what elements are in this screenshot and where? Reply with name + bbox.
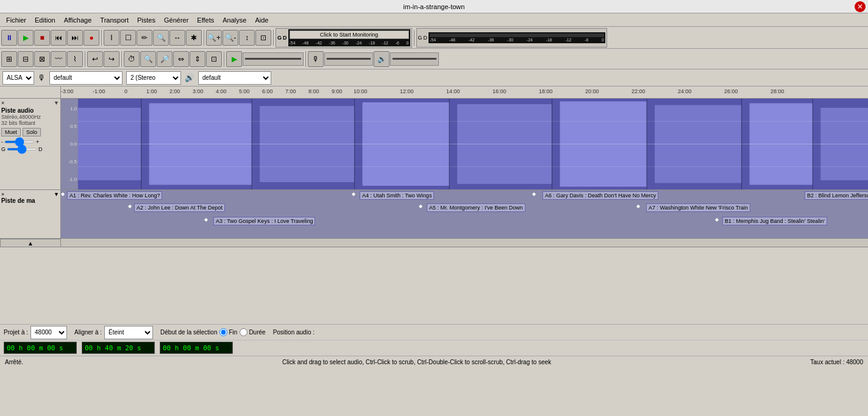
sel-start-input[interactable]	[4, 342, 77, 354]
zoom-in-tool[interactable]: 🔍+	[206, 30, 222, 46]
tl-mark: 7:00	[285, 88, 296, 94]
timeline-spacer	[0, 86, 61, 98]
fit-h-btn[interactable]: ⇔	[173, 51, 189, 67]
sel-start-label: Début de la sélection	[160, 329, 217, 336]
input-device-select[interactable]: default	[49, 71, 123, 85]
output-gain-slider[interactable]	[390, 52, 439, 66]
menu-aide[interactable]: Aide	[251, 15, 272, 25]
fit-v-btn[interactable]: ⇕	[190, 51, 205, 67]
output-monitor-section: G D -54-48-42-36-30-24-18-12-60	[416, 28, 608, 48]
driver-select[interactable]: ALSA	[2, 71, 34, 85]
close-button[interactable]: ✕	[855, 1, 866, 12]
marker-track-close[interactable]: ×	[1, 191, 4, 197]
draw-tool[interactable]: ✏	[137, 30, 152, 46]
multi-tool[interactable]: ✱	[186, 30, 202, 46]
collapse-track-btn[interactable]: ▲	[0, 239, 61, 247]
horizontal-scrollbar[interactable]	[61, 239, 868, 247]
audio-pos-label: Position audio :	[273, 329, 315, 336]
menu-affichage[interactable]: Affichage	[60, 15, 96, 25]
marker-a4[interactable]: A4 : Utah Smith : Two Wings	[360, 191, 434, 200]
tl-mark: 18:00	[539, 88, 553, 94]
cursor-tool[interactable]: I	[104, 30, 119, 46]
menu-transport[interactable]: Transport	[96, 15, 132, 25]
stop-button[interactable]: ■	[34, 30, 50, 46]
audio-track-close[interactable]: ×	[1, 100, 4, 106]
timeshift-tool[interactable]: ↔	[169, 30, 185, 46]
tl-mark: 22:00	[631, 88, 646, 94]
marker-dot: ◆	[204, 217, 208, 222]
marker-a1[interactable]: A1 : Rev. Charles White : How Long?	[67, 191, 162, 200]
pan-slider[interactable]	[7, 148, 37, 150]
input-gain-slider[interactable]	[324, 52, 373, 66]
marker-b1[interactable]: B1 : Memphis Jug Band : Stealin' Stealin…	[722, 217, 827, 225]
bottom-bottom-row	[0, 340, 868, 355]
separator3	[273, 30, 274, 46]
menu-pistes[interactable]: Pistes	[133, 15, 159, 25]
menu-fichier[interactable]: Fichier	[2, 15, 30, 25]
marker-a2[interactable]: A2 : John Lee : Down At The Depot	[134, 203, 225, 212]
snap-btn[interactable]: ⊞	[1, 51, 17, 67]
pan-row: G D	[1, 146, 59, 152]
audio-pos-input[interactable]	[160, 342, 233, 354]
marker-a6[interactable]: A6 : Gary Davis : Death Don't Have No Me…	[542, 191, 658, 200]
playback-start-btn[interactable]: ▶	[226, 51, 242, 67]
fin-label: Fin	[229, 329, 237, 336]
waveform-scale: 1.00.50.0-0.5-1.0	[61, 99, 78, 189]
solo-button[interactable]: Solo	[23, 128, 41, 136]
search-plus-btn[interactable]: 🔎	[157, 51, 173, 67]
align-select[interactable]: Éteint	[104, 326, 153, 339]
gain-slider[interactable]	[4, 141, 35, 143]
sep-edit4	[305, 51, 306, 67]
mute-button[interactable]: Muet	[1, 128, 21, 136]
audio-pos-group: Position audio :	[273, 329, 315, 336]
input-g-label: G	[277, 35, 282, 41]
zoom-sel[interactable]: ⊡	[255, 30, 271, 46]
project-rate-select[interactable]: 48000	[30, 326, 67, 339]
fit-zoom[interactable]: ↕	[239, 30, 255, 46]
marker-dot: ◆	[61, 191, 65, 197]
channels-select[interactable]: 2 (Stereo	[126, 71, 181, 85]
fin-radio[interactable]	[219, 328, 227, 336]
snap2-btn[interactable]: ⊟	[18, 51, 34, 67]
speaker-btn[interactable]: 🔊	[374, 51, 390, 67]
gain-minus[interactable]: -	[1, 139, 3, 145]
marker-a3[interactable]: A3 : Two Gospel Keys : I Love Traveling	[213, 217, 315, 225]
redo-btn[interactable]: ↪	[104, 51, 119, 67]
sel-end-input[interactable]	[82, 342, 155, 354]
marker-a5[interactable]: A5 : Mr. Montgomery : I've Been Down	[427, 203, 525, 212]
marker-b2[interactable]: B2 : Blind Lemon Jefferso	[805, 191, 868, 200]
waveform-btn[interactable]: 〰	[51, 51, 66, 67]
marker-dot: ◆	[715, 217, 719, 222]
mic-btn[interactable]: 🎙	[308, 51, 324, 67]
duree-radio[interactable]	[240, 328, 247, 336]
zoom-tool[interactable]: ☐	[120, 30, 136, 46]
sel-zoom-btn[interactable]: ⊡	[206, 51, 222, 67]
menu-analyse[interactable]: Analyse	[219, 15, 250, 25]
zoom-in-btn[interactable]: 🔍	[153, 30, 169, 46]
marker-dropdown[interactable]: ▼	[54, 191, 59, 197]
input-scale: -54-48-42-36-30-24-18-12-60	[290, 41, 409, 45]
output-device-select[interactable]: default	[198, 71, 271, 85]
zoom-out-tool[interactable]: 🔍-	[222, 30, 238, 46]
audio-track-dropdown[interactable]: ▼	[54, 100, 59, 106]
menu-edition[interactable]: Edition	[31, 15, 59, 25]
fastforward-button[interactable]: ⏭	[67, 30, 83, 46]
playback-slider[interactable]	[243, 52, 304, 66]
start-monitoring-button[interactable]: Click to Start Monitoring	[290, 30, 409, 39]
tl-mark: 24:00	[678, 88, 692, 94]
trim-btn[interactable]: ⊠	[34, 51, 50, 67]
undo-btn[interactable]: ↩	[87, 51, 103, 67]
audio-track-waveform[interactable]: 1.00.50.0-0.5-1.0	[61, 99, 868, 189]
waveform2-btn[interactable]: ⌇	[67, 51, 83, 67]
menu-effets[interactable]: Effets	[193, 15, 218, 25]
pause-button[interactable]: ⏸	[1, 30, 17, 46]
play-button[interactable]: ▶	[18, 30, 34, 46]
search-minus-btn[interactable]: 🔍	[140, 51, 156, 67]
marker-a7[interactable]: A7 : Washington White New 'Frisco Train	[646, 203, 750, 212]
timer-btn[interactable]: ⏱	[124, 51, 140, 67]
tl-mark: 3:00	[193, 88, 204, 94]
separator4	[414, 30, 414, 46]
menu-generer[interactable]: Générer	[160, 15, 192, 25]
rewind-button[interactable]: ⏮	[51, 30, 66, 46]
record-button[interactable]: ●	[84, 30, 99, 46]
